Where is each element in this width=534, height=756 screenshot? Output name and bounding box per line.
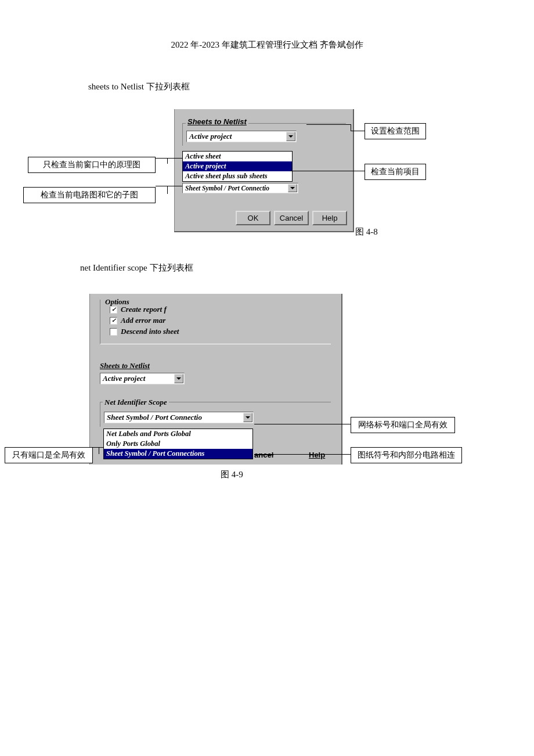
callout-sheet-symbol: 图纸符号和内部分电路相连 bbox=[351, 447, 462, 463]
dropdown-arrow-icon[interactable] bbox=[174, 374, 183, 383]
dropdown-item-active-sub[interactable]: Active sheet plus sub sheets bbox=[183, 171, 292, 181]
options-label: Options bbox=[103, 297, 131, 307]
sheets-combo-value: Active project bbox=[189, 132, 232, 141]
cancel-partial: ancel bbox=[254, 451, 273, 459]
sheets-combo[interactable]: Active project bbox=[186, 131, 297, 142]
fig-4-9-caption: 图 4-9 bbox=[221, 469, 243, 480]
dropdown-arrow-icon[interactable] bbox=[288, 184, 297, 192]
option-label: Descend into sheet bbox=[121, 327, 179, 336]
second-combo[interactable]: Sheet Symbol / Port Connectio bbox=[182, 183, 298, 193]
dropdown-item-active-project[interactable]: Active project bbox=[183, 161, 292, 171]
section2-title: net Identifier scope 下拉列表框 bbox=[80, 262, 193, 273]
net-scope-dropdown[interactable]: Net Labels and Ports Global Only Ports G… bbox=[103, 429, 253, 459]
section1-title: sheets to Netlist 下拉列表框 bbox=[88, 81, 190, 92]
callout-active-sheet: 只检查当前窗口中的原理图 bbox=[28, 157, 156, 173]
dialog-2: Options ✓ Create report f ✓ Add error ma… bbox=[89, 294, 342, 465]
dropdown-item-net-labels-global[interactable]: Net Labels and Ports Global bbox=[104, 429, 252, 439]
callout-global: 网络标号和端口全局有效 bbox=[351, 417, 455, 433]
sheets-group-label: Sheets to Netlist bbox=[186, 117, 248, 126]
dropdown-arrow-icon[interactable] bbox=[243, 413, 252, 422]
help-button[interactable]: Help bbox=[312, 211, 347, 225]
callout-active-project: 检查当前项目 bbox=[365, 164, 426, 180]
callout-sub-sheets: 检查当前电路图和它的子图 bbox=[23, 187, 156, 203]
checkbox-icon[interactable] bbox=[110, 328, 117, 336]
net-scope-combo[interactable]: Sheet Symbol / Port Connectio bbox=[104, 412, 254, 423]
callout-ports-only: 只有端口是全局有效 bbox=[5, 447, 93, 463]
help-partial: Help bbox=[309, 451, 325, 459]
sheets-label-2: Sheets to Netlist bbox=[100, 361, 185, 370]
checkbox-icon[interactable]: ✓ bbox=[110, 317, 117, 325]
option-descend[interactable]: Descend into sheet bbox=[110, 327, 326, 336]
option-create-report[interactable]: ✓ Create report f bbox=[110, 305, 326, 314]
option-add-error[interactable]: ✓ Add error mar bbox=[110, 316, 326, 325]
sheets-dropdown-list[interactable]: Active sheet Active project Active sheet… bbox=[182, 151, 293, 182]
sheets-combo-2[interactable]: Active project bbox=[100, 373, 185, 384]
callout-scope: 设置检查范围 bbox=[365, 123, 426, 139]
checkbox-icon[interactable]: ✓ bbox=[110, 306, 117, 314]
cancel-button[interactable]: Cancel bbox=[274, 211, 309, 225]
net-scope-label: Net Identifier Scope bbox=[103, 398, 169, 407]
option-label: Add error mar bbox=[121, 316, 165, 325]
sheets-combo-2-value: Active project bbox=[103, 374, 145, 383]
net-scope-combo-value: Sheet Symbol / Port Connectio bbox=[107, 413, 202, 422]
second-combo-value: Sheet Symbol / Port Connectio bbox=[185, 185, 269, 192]
fig-4-8-caption: 图 4-8 bbox=[355, 226, 378, 237]
dropdown-item-active-sheet[interactable]: Active sheet bbox=[183, 152, 292, 161]
ok-button[interactable]: OK bbox=[236, 211, 270, 225]
dropdown-item-only-ports[interactable]: Only Ports Global bbox=[104, 439, 252, 449]
page-header: 2022 年-2023 年建筑工程管理行业文档 齐鲁斌创作 bbox=[0, 39, 534, 51]
dropdown-arrow-icon[interactable] bbox=[286, 132, 295, 141]
dropdown-item-sheet-symbol[interactable]: Sheet Symbol / Port Connections bbox=[104, 449, 252, 459]
